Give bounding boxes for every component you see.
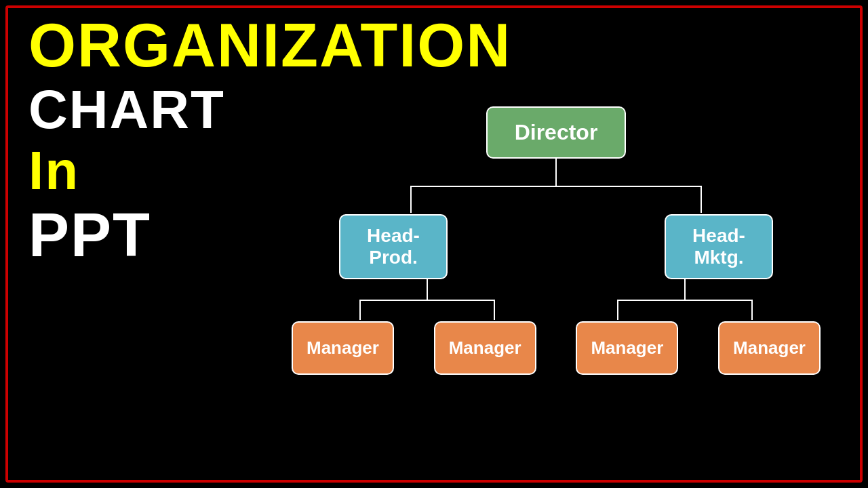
mid-drop-right-2: [751, 300, 753, 320]
left-panel: ORGANIZATION CHART In PPT: [8, 8, 266, 480]
manager-4-box: Manager: [718, 321, 821, 375]
title-in: In: [28, 144, 252, 198]
main-container: ORGANIZATION CHART In PPT Director: [5, 5, 863, 483]
mid-connectors: [339, 279, 773, 301]
title-organization: ORGANIZATION: [28, 15, 252, 76]
right-panel: Director Head-Prod. Head-Mktg.: [266, 8, 860, 480]
manager-3-box: Manager: [576, 321, 678, 375]
title-chart: CHART: [28, 83, 252, 137]
managers-row: Manager Manager Manager Manager: [292, 321, 821, 375]
connector-drop-right-top: [701, 186, 702, 213]
connector-h-top: [410, 186, 702, 187]
connector-director-v: [555, 159, 557, 186]
mid-drop-left-1: [359, 300, 361, 320]
head-marketing-box: Head-Mktg.: [665, 214, 773, 279]
director-row: Director: [273, 106, 840, 159]
mid-connector-group-right: [597, 279, 773, 301]
mid-drop-right-1: [617, 300, 618, 320]
title-ppt: PPT: [28, 205, 252, 266]
heads-row: Head-Prod. Head-Mktg.: [339, 214, 773, 279]
mid-connector-group-left: [339, 279, 515, 301]
manager-2-box: Manager: [434, 321, 536, 375]
org-chart: Director Head-Prod. Head-Mktg.: [273, 106, 840, 375]
mid-v-left: [427, 279, 428, 300]
connector-drop-left-top: [410, 186, 412, 213]
head-production-box: Head-Prod.: [339, 214, 448, 279]
manager-1-box: Manager: [292, 321, 394, 375]
mid-h-right: [617, 300, 753, 301]
mid-h-left: [359, 300, 495, 301]
director-box: Director: [486, 106, 627, 159]
mid-v-right: [684, 279, 686, 300]
mid-drop-left-2: [494, 300, 495, 320]
